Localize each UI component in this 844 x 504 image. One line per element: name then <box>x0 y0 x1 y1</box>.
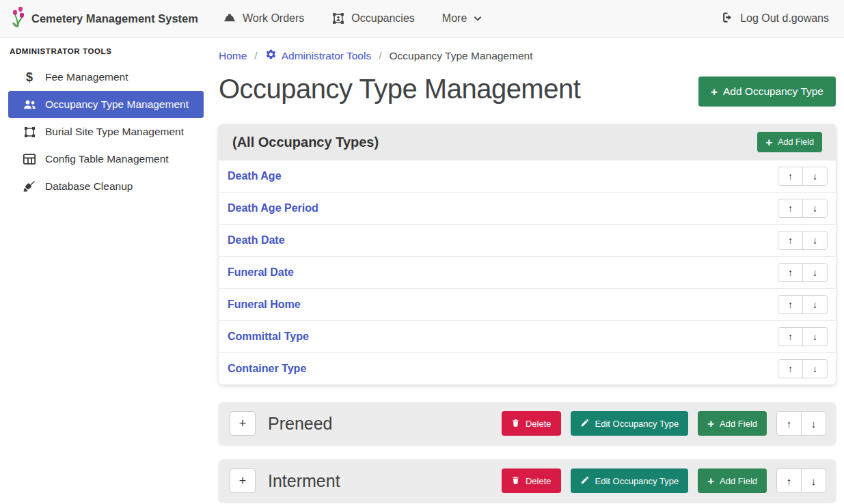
move-up-button[interactable]: ↑ <box>778 199 803 218</box>
sidebar-item-database-cleanup[interactable]: Database Cleanup <box>8 173 204 200</box>
reorder-buttons: ↑ ↓ <box>778 327 828 346</box>
sidebar-item-burial-site-type-management[interactable]: Burial Site Type Management <box>8 118 204 145</box>
add-field-button-all-types[interactable]: + Add Field <box>757 132 822 152</box>
breadcrumb-current: Occupancy Type Management <box>390 50 533 62</box>
nav-item-more[interactable]: More <box>442 12 482 25</box>
plus-icon: + <box>711 86 718 98</box>
move-down-button[interactable]: ↓ <box>802 263 828 282</box>
field-row: Funeral Home ↑ ↓ <box>219 288 836 320</box>
reorder-buttons: ↑ ↓ <box>776 411 826 436</box>
dollar-icon: $ <box>22 70 37 85</box>
main-content: Home / Administrator Tools / Occupancy T… <box>212 38 844 504</box>
top-navbar: Cemetery Management System Work Orders <box>0 0 844 38</box>
delete-label: Delete <box>526 419 552 429</box>
reorder-buttons: ↑ ↓ <box>778 199 828 218</box>
reorder-buttons: ↑ ↓ <box>778 167 828 186</box>
move-down-button[interactable]: ↓ <box>802 327 828 346</box>
trash-icon <box>511 418 520 430</box>
move-down-button[interactable]: ↓ <box>802 167 828 186</box>
add-occupancy-type-button[interactable]: + Add Occupancy Type <box>698 76 836 107</box>
trash-icon <box>511 475 520 487</box>
add-field-button[interactable]: + Add Field <box>698 468 767 493</box>
edit-occupancy-type-button[interactable]: Edit Occupancy Type <box>571 411 689 436</box>
plus-icon: + <box>707 475 714 487</box>
hard-hat-icon <box>223 12 236 25</box>
move-up-button[interactable]: ↑ <box>778 263 803 282</box>
add-field-button[interactable]: + Add Field <box>698 411 767 436</box>
move-up-button[interactable]: ↑ <box>778 327 803 346</box>
page-header: Occupancy Type Management + Add Occupanc… <box>219 72 836 107</box>
frame-user-icon <box>331 12 345 25</box>
section-actions: Delete Edit Occupancy Type + Add Field <box>502 411 826 436</box>
field-row: Death Age Period ↑ ↓ <box>219 192 836 224</box>
reorder-buttons: ↑ ↓ <box>778 263 828 282</box>
add-field-label: Add Field <box>720 419 757 429</box>
move-down-button[interactable]: ↓ <box>801 411 826 436</box>
section-title: Preneed <box>268 414 333 434</box>
plus-icon: + <box>707 418 714 430</box>
sidebar-item-config-table-management[interactable]: Config Table Management <box>8 145 204 173</box>
delete-button[interactable]: Delete <box>502 468 561 493</box>
move-up-button[interactable]: ↑ <box>776 468 802 493</box>
app-brand[interactable]: Cemetery Management System <box>10 6 198 31</box>
breadcrumb: Home / Administrator Tools / Occupancy T… <box>219 48 836 63</box>
all-occupancy-types-card: (All Occupancy Types) + Add Field Death … <box>219 124 836 384</box>
delete-label: Delete <box>526 476 552 486</box>
field-link-funeral-home[interactable]: Funeral Home <box>228 298 301 311</box>
breadcrumb-home-link[interactable]: Home <box>219 50 247 62</box>
sidebar-item-label: Config Table Management <box>45 153 169 165</box>
app-title: Cemetery Management System <box>31 12 198 25</box>
pencil-icon <box>580 475 590 487</box>
expand-button[interactable]: + <box>230 411 256 436</box>
field-row: Funeral Date ↑ ↓ <box>219 256 836 288</box>
field-link-committal-type[interactable]: Committal Type <box>228 331 309 343</box>
field-link-funeral-date[interactable]: Funeral Date <box>228 266 294 279</box>
delete-button[interactable]: Delete <box>502 411 561 436</box>
sidebar-item-occupancy-type-management[interactable]: Occupancy Type Management <box>8 91 204 118</box>
nav-item-label: More <box>442 12 467 25</box>
nav-item-occupancies[interactable]: Occupancies <box>331 12 415 25</box>
add-field-label: Add Field <box>720 476 757 486</box>
vector-square-icon <box>22 126 37 139</box>
broom-icon <box>22 180 37 193</box>
breadcrumb-admin-tools-link[interactable]: Administrator Tools <box>265 48 372 63</box>
field-link-death-age-period[interactable]: Death Age Period <box>228 202 318 214</box>
field-link-death-date[interactable]: Death Date <box>228 234 285 247</box>
move-up-button[interactable]: ↑ <box>778 167 803 186</box>
table-icon <box>22 153 37 165</box>
chevron-down-icon <box>473 14 482 23</box>
field-link-container-type[interactable]: Container Type <box>228 363 306 375</box>
all-occupancy-types-header: (All Occupancy Types) + Add Field <box>219 124 836 160</box>
users-icon <box>22 98 37 111</box>
sidebar-item-label: Burial Site Type Management <box>45 126 184 138</box>
tulip-logo-icon <box>10 6 26 31</box>
nav-item-label: Work Orders <box>243 12 304 25</box>
breadcrumb-separator: / <box>379 50 381 62</box>
card-title: (All Occupancy Types) <box>232 135 379 150</box>
field-row: Death Age ↑ ↓ <box>219 160 836 192</box>
logout-button[interactable]: Log Out d.gowans <box>721 11 829 27</box>
move-up-button[interactable]: ↑ <box>778 231 803 250</box>
sidebar-item-label: Occupancy Type Management <box>45 98 189 111</box>
nav-item-label: Occupancies <box>351 12 415 25</box>
move-down-button[interactable]: ↓ <box>802 359 828 378</box>
nav-item-work-orders[interactable]: Work Orders <box>223 12 304 25</box>
nav-items: Work Orders Occupancies More <box>223 12 482 25</box>
edit-occupancy-type-button[interactable]: Edit Occupancy Type <box>571 468 689 493</box>
breadcrumb-admin-tools-label: Administrator Tools <box>282 50 372 62</box>
logout-icon <box>721 11 734 27</box>
move-down-button[interactable]: ↓ <box>802 199 828 218</box>
move-down-button[interactable]: ↓ <box>802 295 828 314</box>
move-down-button[interactable]: ↓ <box>802 231 828 250</box>
expand-button[interactable]: + <box>230 468 256 493</box>
edit-occupancy-type-label: Edit Occupancy Type <box>595 419 679 429</box>
section-interment: + Interment Delete <box>219 460 836 502</box>
reorder-buttons: ↑ ↓ <box>778 295 828 314</box>
field-link-death-age[interactable]: Death Age <box>228 170 282 182</box>
move-up-button[interactable]: ↑ <box>778 295 803 314</box>
sidebar-item-fee-management[interactable]: $ Fee Management <box>8 64 204 91</box>
move-up-button[interactable]: ↑ <box>778 359 803 378</box>
edit-occupancy-type-label: Edit Occupancy Type <box>595 476 679 486</box>
move-up-button[interactable]: ↑ <box>776 411 802 436</box>
move-down-button[interactable]: ↓ <box>801 468 826 493</box>
